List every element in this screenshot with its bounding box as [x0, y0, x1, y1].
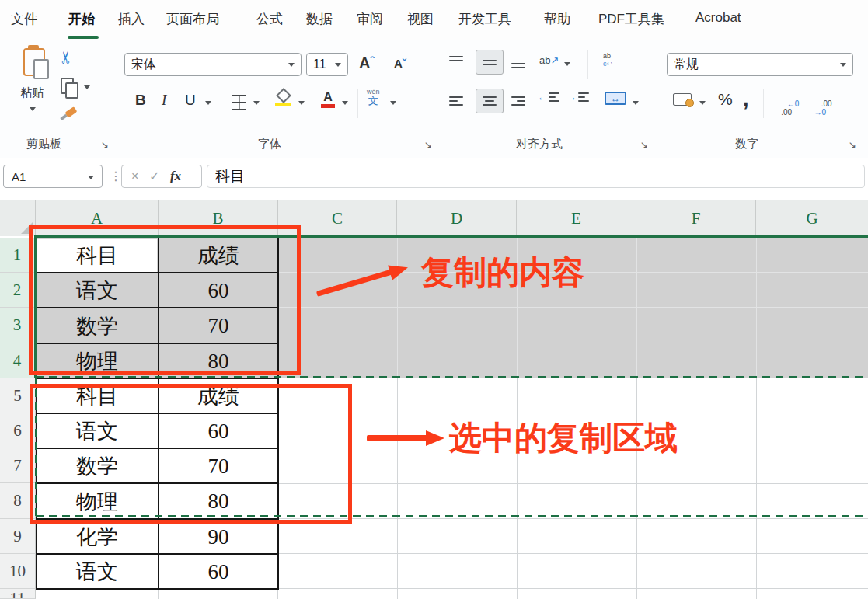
row-header-11[interactable]: 11	[0, 589, 36, 599]
chevron-down-icon[interactable]	[253, 101, 260, 105]
clipboard-icon-tab	[28, 45, 39, 50]
cell-a9[interactable]: 化学	[37, 521, 157, 553]
fill-color-icon[interactable]	[275, 90, 292, 107]
group-divider	[437, 47, 437, 149]
tab-help[interactable]: 帮助	[544, 10, 570, 28]
gridlines	[278, 378, 868, 599]
table-border	[36, 588, 279, 590]
cell-a10[interactable]: 语文	[37, 555, 157, 588]
annotation-label-copy-region: 选中的复制区域	[449, 420, 678, 456]
chevron-down-icon[interactable]	[84, 85, 90, 89]
insert-function-icon[interactable]: fx	[170, 169, 181, 184]
align-middle-button[interactable]	[476, 50, 504, 75]
phonetic-guide-icon[interactable]: wén文	[367, 89, 380, 106]
underline-button[interactable]: U	[185, 92, 196, 109]
tab-pdf-tools[interactable]: PDF工具集	[598, 10, 664, 28]
tab-file[interactable]: 文件	[11, 10, 37, 28]
cut-icon[interactable]: ✂	[57, 50, 75, 64]
merge-center-icon[interactable]: ↔	[605, 92, 626, 105]
borders-icon[interactable]	[232, 95, 246, 110]
format-painter-icon[interactable]	[58, 104, 80, 124]
row-header-10[interactable]: 10	[0, 554, 36, 589]
font-size-value: 11	[313, 57, 326, 71]
decrease-decimal-icon[interactable]: .00→0	[808, 90, 832, 126]
number-format-value: 常规	[674, 57, 699, 73]
shrink-font-button[interactable]: Aˇ	[394, 57, 406, 71]
clipboard-group-label: 剪贴板	[26, 137, 61, 151]
chevron-down-icon[interactable]	[564, 62, 570, 66]
chevron-down-icon[interactable]	[88, 176, 94, 179]
accounting-format-icon[interactable]	[673, 93, 692, 106]
divider	[587, 50, 588, 79]
table-border	[36, 553, 279, 555]
tab-review[interactable]: 审阅	[357, 10, 383, 28]
decrease-indent-icon[interactable]: ←	[538, 92, 559, 103]
italic-button[interactable]: I	[162, 92, 166, 109]
increase-indent-icon[interactable]: →	[567, 92, 589, 103]
row-header-9[interactable]: 9	[0, 519, 36, 554]
chevron-down-icon	[840, 63, 846, 67]
enter-icon[interactable]: ✓	[149, 169, 159, 183]
align-left-button[interactable]	[449, 96, 463, 106]
column-header-d[interactable]: D	[397, 200, 517, 236]
drag-handle-icon[interactable]: ⋮	[110, 169, 122, 183]
dialog-launcher-icon[interactable]: ↘	[640, 140, 648, 149]
grow-font-button[interactable]: Aˆ	[359, 54, 374, 72]
number-format-combo[interactable]: 常规	[667, 53, 853, 76]
increase-decimal-icon[interactable]: ←0.00	[774, 90, 799, 126]
column-header-f[interactable]: F	[636, 200, 756, 236]
chevron-down-icon[interactable]	[633, 101, 639, 105]
align-center-button[interactable]	[476, 89, 504, 113]
chevron-down-icon[interactable]	[699, 101, 706, 105]
font-group-label: 字体	[258, 137, 281, 151]
orientation-icon[interactable]: ab↗	[539, 54, 559, 66]
name-box[interactable]: A1	[3, 165, 103, 188]
cell-b10[interactable]: 60	[160, 555, 277, 588]
tab-insert[interactable]: 插入	[118, 10, 145, 28]
alignment-group-label: 对齐方式	[516, 137, 563, 151]
formula-bar: A1 ⋮ × ✓ fx 科目	[0, 158, 868, 197]
name-box-value: A1	[12, 170, 26, 183]
clipboard-icon-page	[33, 59, 49, 79]
group-divider	[117, 47, 117, 149]
tab-view[interactable]: 视图	[407, 10, 434, 28]
annotation-rect-copy-region	[30, 384, 352, 524]
copy-icon-front[interactable]	[65, 82, 78, 99]
chevron-down-icon[interactable]	[205, 101, 211, 105]
dialog-launcher-icon[interactable]: ↘	[101, 140, 109, 149]
column-header-g[interactable]: G	[756, 200, 868, 236]
group-divider	[657, 47, 657, 149]
align-top-button[interactable]	[449, 56, 463, 68]
tab-data[interactable]: 数据	[306, 10, 333, 28]
tab-home[interactable]: 开始	[68, 10, 95, 28]
comma-style-button[interactable]: ,	[743, 89, 749, 110]
chevron-down-icon	[288, 63, 295, 67]
number-group-label: 数字	[735, 137, 758, 151]
dialog-launcher-icon[interactable]: ↘	[424, 140, 432, 149]
chevron-down-icon[interactable]	[390, 101, 396, 105]
align-bottom-button[interactable]	[511, 56, 525, 68]
percent-style-button[interactable]: %	[718, 90, 733, 109]
formula-input[interactable]: 科目	[207, 165, 865, 188]
font-size-combo[interactable]: 11	[306, 53, 348, 76]
chevron-down-icon[interactable]	[342, 101, 348, 105]
tab-developer[interactable]: 开发工具	[458, 10, 511, 28]
wrap-text-icon[interactable]: abc↩	[603, 53, 612, 68]
active-tab-underline	[68, 36, 99, 39]
tab-page-layout[interactable]: 页面布局	[166, 10, 219, 28]
column-header-e[interactable]: E	[517, 200, 636, 236]
chevron-down-icon[interactable]	[30, 107, 36, 111]
paste-label: 粘贴	[20, 85, 44, 100]
font-color-icon[interactable]: A	[320, 90, 336, 109]
tab-acrobat[interactable]: Acrobat	[695, 10, 741, 26]
annotation-arrow-2	[367, 429, 449, 446]
font-name-combo[interactable]: 宋体	[124, 53, 302, 76]
align-right-button[interactable]	[511, 96, 525, 106]
bold-button[interactable]: B	[135, 92, 146, 109]
tab-formulas[interactable]: 公式	[256, 10, 283, 28]
cell-b9[interactable]: 90	[160, 521, 277, 553]
chevron-down-icon[interactable]	[298, 101, 305, 105]
dialog-launcher-icon[interactable]: ↘	[849, 140, 856, 149]
cancel-icon[interactable]: ×	[131, 169, 138, 183]
formula-buttons: × ✓ fx	[121, 165, 202, 188]
